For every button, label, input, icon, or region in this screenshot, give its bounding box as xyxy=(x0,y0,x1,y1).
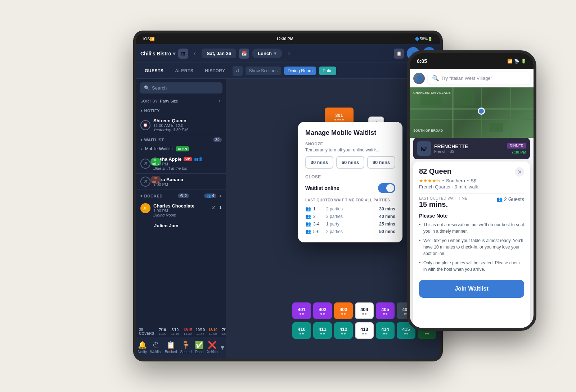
guest-item-charles[interactable]: 🔔 Charles Chocolate 1:00 PM Dining Room … xyxy=(136,200,226,220)
quoted-row-3: 👥 5-6 2 parties 50 mins xyxy=(305,228,395,235)
booked-nav-icon: 📋 xyxy=(166,341,175,349)
guest-item-aesha[interactable]: ⏱ 10 mins Aesha Apple VIP 👥👤 1:00 PM Blu… xyxy=(136,154,226,174)
search-box[interactable]: 🔍 Search xyxy=(140,82,222,94)
nav-item-notify[interactable]: 🔔 Notify xyxy=(138,341,147,354)
phone-user-avatar[interactable]: 👤 xyxy=(413,73,425,84)
waitlist-collapse-icon[interactable]: ▾ xyxy=(140,137,143,142)
guest-name-shireen: Shireen Queen xyxy=(153,118,188,123)
add-booked-icon[interactable]: + xyxy=(219,194,222,198)
snooze-60[interactable]: 60 mins xyxy=(336,156,364,169)
nav-item-booked[interactable]: 📋 Booked xyxy=(165,341,177,354)
parties-2: 1 party xyxy=(326,222,377,227)
date-display[interactable]: Sat, Jan 26 xyxy=(202,49,236,58)
guest-item-anna[interactable]: ⏱ -10 mins Anna Banana 1:00 PM xyxy=(136,174,226,190)
party-size-0: 1 xyxy=(313,206,324,211)
wait-time-0: 30 mins xyxy=(379,206,395,211)
dining-room-tag[interactable]: Dining Room xyxy=(284,67,316,75)
timer-icon-aesha: ⏱ xyxy=(140,159,150,169)
table-413[interactable]: 413 xyxy=(355,322,374,339)
guest-item-julien[interactable]: Julien Jam xyxy=(136,220,226,228)
close-section-label: CLOSE xyxy=(305,174,395,179)
meal-selector[interactable]: Lunch ▾ xyxy=(252,49,282,58)
tab-guests[interactable]: GUESTS xyxy=(140,66,168,76)
vip-badge-aesha: VIP xyxy=(184,157,192,161)
table-415-label: 415 xyxy=(402,327,410,332)
queen-price: $$ xyxy=(471,178,476,183)
calendar-icon[interactable]: 📅 xyxy=(239,49,249,59)
table-404[interactable]: 404 xyxy=(355,302,374,319)
search-icon: 🔍 xyxy=(144,85,150,91)
grid-icon[interactable]: ⊞ xyxy=(178,49,188,59)
svg-rect-7 xyxy=(489,123,503,132)
join-waitlist-button[interactable]: Join Waitlist xyxy=(419,280,524,298)
sidebar: 🔍 Search SORT BY: Party Size ↑₂ ▾ NOTIFY… xyxy=(136,79,226,359)
note-list: This is not a reservation, but we'll do … xyxy=(419,222,524,273)
notify-collapse-icon[interactable]: ▾ xyxy=(140,108,143,113)
table-414-dots xyxy=(383,333,387,334)
guest-item-shireen[interactable]: ⏰ Shireen Queen 11:00 AM to 12:0 Yesterd… xyxy=(136,115,226,135)
phone-signal-icons: 📶 📡 🔋 xyxy=(507,59,526,64)
quoted-row-0: 👥 1 2 parties 30 mins xyxy=(305,205,395,213)
notify-nav-label: Notify xyxy=(138,350,147,354)
tab-history[interactable]: HISTORY xyxy=(201,66,229,76)
bluetooth-icon: 🔷 xyxy=(415,37,420,41)
battery-icon: 🔋 xyxy=(428,37,433,41)
table-411[interactable]: 411 xyxy=(313,322,332,339)
cover-slot-0: 7/10 11:00 xyxy=(157,328,168,336)
table-405[interactable]: 405 xyxy=(376,302,395,319)
frenchette-icon: 🍽 xyxy=(417,141,431,156)
waitlist-modal: Manage Mobile Waitlist SNOOZE Temporaril… xyxy=(298,122,402,242)
table-412[interactable]: 412 xyxy=(334,322,353,339)
waitlist-toggle[interactable] xyxy=(378,183,395,193)
waitlist-count-badge: 20 xyxy=(213,137,222,142)
next-arrow[interactable]: › xyxy=(285,49,293,58)
restaurant-name[interactable]: Chili's Bistro ▾ xyxy=(140,51,175,56)
table-414[interactable]: 414 xyxy=(376,322,395,339)
table-410[interactable]: 410 xyxy=(292,322,311,339)
frenchette-list-item[interactable]: 🍽 FRENCHETTE French · $$ DINNER 7:30 PM xyxy=(413,138,530,159)
phone-time: 6:05 xyxy=(417,58,427,64)
patio-tag[interactable]: Patio xyxy=(319,67,336,75)
table-404-label: 404 xyxy=(360,307,368,312)
mobile-waitlist-row[interactable]: ● Mobile Waitlist OPEN xyxy=(136,144,226,154)
xcl-nav-icon: ❌ xyxy=(208,341,217,349)
nav-item-xcl[interactable]: ❌ Xcl/No xyxy=(207,341,217,354)
timer-badge-anna: -10 mins xyxy=(150,176,161,184)
timer-badge-aesha: 10 mins xyxy=(150,158,161,166)
battery-icon: 🔋 xyxy=(521,59,526,64)
ios-label: iOS xyxy=(143,37,150,41)
booked-label: BOOKED xyxy=(144,194,163,198)
charles-count2: 1 xyxy=(219,205,222,210)
party-size-3: 5-6 xyxy=(313,229,324,234)
phone-map: CHARLESTON VILLAGE SOUTH OF BROAD xyxy=(410,87,534,138)
snooze-30[interactable]: 30 mins xyxy=(305,156,333,169)
sub-header: GUESTS ALERTS HISTORY ↺ Show Sections Di… xyxy=(136,63,440,79)
snooze-90[interactable]: 90 mins xyxy=(367,156,395,169)
table-402[interactable]: 402 xyxy=(313,302,332,319)
tab-alerts[interactable]: ALERTS xyxy=(171,66,198,76)
nav-item-waitlist[interactable]: ⏱ Waitlist xyxy=(150,341,162,354)
nav-item-down[interactable]: ▾ xyxy=(221,343,224,352)
close-card-button[interactable]: ✕ xyxy=(515,167,524,177)
table-401[interactable]: 401 xyxy=(292,302,311,319)
refresh-button[interactable]: ↺ xyxy=(233,66,243,76)
party-icon-1: 👥 xyxy=(305,214,311,219)
tablet-status-bar: iOS 📶 12:30 PM 🔷 58% 🔋 xyxy=(136,33,440,44)
reservations-icon[interactable]: 📋 xyxy=(394,49,404,59)
frenchette-info: FRENCHETTE French · $$ xyxy=(434,143,504,154)
phone-search-box[interactable]: 🔍 Try "Italian West Village" xyxy=(428,72,530,85)
waitlist-nav-icon: ⏱ xyxy=(152,341,159,349)
xcl-nav-label: Xcl/No xyxy=(207,350,217,354)
charles-name: Charles Chocolate xyxy=(153,203,210,209)
table-403[interactable]: 403 xyxy=(334,302,353,319)
wait-info-row: LAST QUOTED WAIT TIME 15 mins. 👥 2 Guest… xyxy=(419,196,524,209)
nav-item-done[interactable]: ✅ Done xyxy=(195,341,204,354)
queen-sep2: • xyxy=(467,178,469,183)
booked-collapse-icon[interactable]: ▾ xyxy=(140,193,143,198)
prev-arrow[interactable]: ‹ xyxy=(191,49,199,58)
guest-time-shireen: 11:00 AM to 12:0 xyxy=(153,123,188,128)
party-icon-2: 👥 xyxy=(305,221,311,227)
show-sections-btn[interactable]: Show Sections xyxy=(246,67,281,75)
down-nav-icon: ▾ xyxy=(221,343,224,352)
nav-item-seated[interactable]: 🪑 Seated xyxy=(180,341,192,354)
